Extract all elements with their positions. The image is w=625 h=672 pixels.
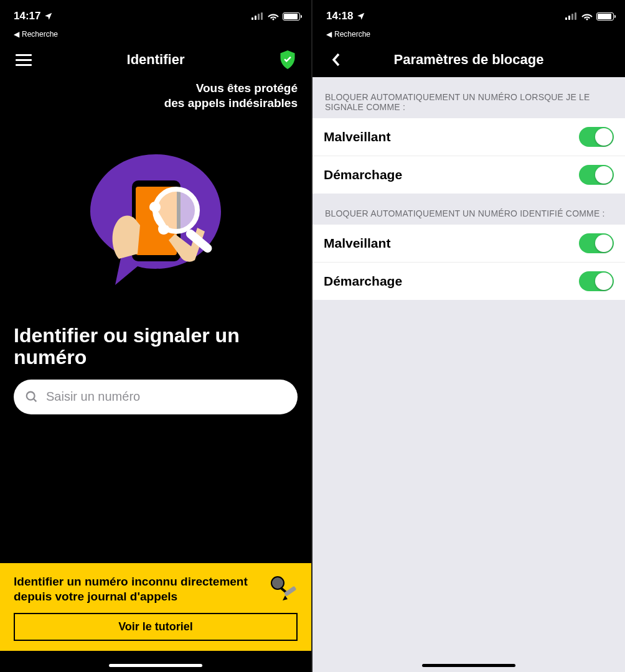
shield-icon[interactable] <box>279 50 296 69</box>
svg-point-6 <box>155 189 197 231</box>
screen-identifier: 14:17 ◀ Recherche Identifier Vous êtes p… <box>0 0 312 672</box>
toggle-row-reported-malicious: Malveillant <box>312 118 625 156</box>
home-indicator[interactable] <box>312 651 625 672</box>
menu-button[interactable] <box>16 54 32 66</box>
tutorial-button[interactable]: Voir le tutoriel <box>14 613 298 641</box>
nav-bar: Identifier <box>0 42 311 77</box>
screen-blocking-settings: 14:18 ◀ Recherche Paramètres de blocage … <box>312 0 625 672</box>
status-bar: 14:17 <box>0 0 311 30</box>
toggle-reported-telemarketing[interactable] <box>579 165 614 185</box>
toggle-row-identified-telemarketing: Démarchage <box>312 263 625 300</box>
illustration <box>0 111 311 316</box>
status-icons <box>565 12 614 21</box>
tutorial-banner: Identifier un numéro inconnu directement… <box>0 563 311 651</box>
toggle-row-identified-malicious: Malveillant <box>312 225 625 263</box>
status-time: 14:18 <box>326 10 353 22</box>
status-time: 14:17 <box>14 10 40 22</box>
protect-line1: Vous êtes protégé <box>14 81 298 96</box>
back-chevron-icon: ◀ <box>326 30 332 39</box>
setting-label: Démarchage <box>324 274 402 289</box>
search-input[interactable] <box>46 390 286 404</box>
toggle-identified-telemarketing[interactable] <box>579 271 614 291</box>
main-headline: Identifier ou signaler un numéro <box>0 316 311 380</box>
back-button[interactable] <box>324 52 349 67</box>
setting-label: Malveillant <box>324 236 390 251</box>
toggle-reported-malicious[interactable] <box>579 127 614 147</box>
page-title: Paramètres de blocage <box>349 52 589 68</box>
back-to-app[interactable]: ◀ Recherche <box>312 30 625 42</box>
magnifier-pencil-icon <box>266 574 298 605</box>
svg-rect-2 <box>258 14 260 20</box>
signal-icon <box>565 12 578 20</box>
svg-rect-17 <box>575 12 576 20</box>
svg-rect-3 <box>261 12 263 20</box>
nav-bar: Paramètres de blocage <box>312 42 625 77</box>
battery-icon <box>283 12 300 21</box>
wifi-icon <box>581 12 593 21</box>
svg-rect-16 <box>571 14 573 20</box>
svg-rect-15 <box>568 16 570 20</box>
status-bar: 14:18 <box>312 0 625 30</box>
search-icon <box>25 390 39 404</box>
phone-search-illustration-icon <box>84 148 227 291</box>
signal-icon <box>251 12 264 20</box>
setting-label: Démarchage <box>324 167 402 182</box>
section-header-identified: BLOQUER AUTOMATIQUEMENT UN NUMÉRO IDENTI… <box>312 194 625 225</box>
battery-icon <box>596 12 614 21</box>
location-arrow-icon <box>357 12 365 21</box>
page-title: Identifier <box>36 52 275 68</box>
setting-label: Malveillant <box>324 129 390 144</box>
protect-line2: des appels indésirables <box>14 96 298 111</box>
svg-point-8 <box>27 392 35 400</box>
home-indicator[interactable] <box>0 651 311 672</box>
protection-status: Vous êtes protégé des appels indésirable… <box>0 77 311 111</box>
chevron-left-icon <box>331 52 341 67</box>
section-header-reported: BLOQUER AUTOMATIQUEMENT UN NUMÉRO LORSQU… <box>312 77 625 118</box>
status-icons <box>251 12 300 21</box>
toggle-row-reported-telemarketing: Démarchage <box>312 156 625 194</box>
back-app-label: Recherche <box>334 30 370 39</box>
back-chevron-icon: ◀ <box>14 30 19 39</box>
svg-rect-0 <box>251 17 253 20</box>
location-arrow-icon <box>44 12 53 21</box>
back-to-app[interactable]: ◀ Recherche <box>0 30 311 42</box>
svg-line-9 <box>34 399 37 402</box>
svg-marker-13 <box>283 595 288 600</box>
back-app-label: Recherche <box>22 30 58 39</box>
svg-rect-1 <box>255 16 256 20</box>
banner-text: Identifier un numéro inconnu directement… <box>14 574 258 604</box>
svg-rect-14 <box>565 17 567 20</box>
search-number-field[interactable] <box>14 380 298 414</box>
wifi-icon <box>268 12 279 21</box>
toggle-identified-malicious[interactable] <box>579 233 614 253</box>
